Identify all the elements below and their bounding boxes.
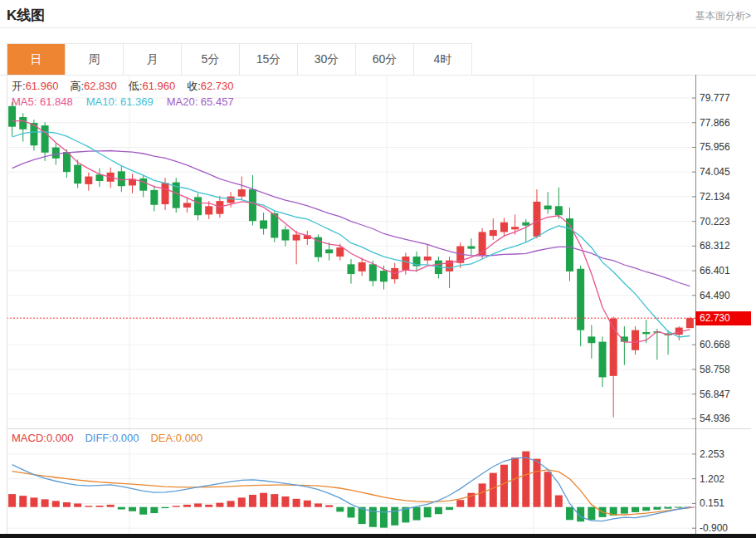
macd-bar	[304, 501, 311, 507]
candle-body	[293, 235, 300, 241]
macd-bar	[162, 507, 169, 508]
macd-bar	[8, 494, 16, 507]
y-axis-label: -0.900	[700, 522, 728, 534]
ohlc-label: 高:	[70, 80, 84, 92]
tab-60分[interactable]: 60分	[356, 44, 414, 75]
ohlc-value: 62.830	[84, 80, 117, 92]
candle-body	[41, 125, 49, 153]
title-divider	[0, 27, 756, 28]
candle-body	[533, 202, 540, 237]
candle-body	[642, 332, 650, 334]
y-axis-label: 75.956	[700, 141, 730, 153]
gridlines	[7, 75, 695, 534]
tab-15分[interactable]: 15分	[240, 44, 298, 75]
candle-body	[544, 206, 552, 210]
candle-body	[85, 177, 92, 184]
candle-body	[424, 257, 432, 261]
macd-bar	[74, 503, 81, 506]
macd-bar	[391, 507, 398, 526]
macd-bar	[85, 506, 92, 506]
macd-bar	[41, 499, 49, 506]
tab-4时[interactable]: 4时	[414, 44, 471, 75]
ohlc-label: 收:	[187, 80, 201, 92]
ohlc-value: 61.960	[26, 80, 59, 92]
macd-bar	[52, 501, 60, 506]
macd-bar	[348, 507, 355, 518]
candle-body	[260, 220, 267, 228]
macd-bar	[194, 503, 202, 506]
y-axis-label: 79.777	[700, 92, 730, 104]
ma10-line	[12, 132, 690, 337]
ma-item: MA10: 61.369	[86, 95, 154, 108]
macd-histogram	[8, 452, 694, 528]
y-axis-label: 0.151	[700, 497, 724, 509]
y-axis-label: 74.045	[700, 166, 730, 178]
macd-bar	[621, 507, 628, 514]
candle-body	[500, 223, 508, 232]
candle-body	[216, 201, 223, 214]
macd-bar	[150, 507, 158, 513]
candle-body	[162, 183, 169, 204]
ma-item: MA5: 61.848	[12, 95, 73, 108]
y-axis-label: 56.847	[700, 389, 730, 400]
y-axis-label: 77.866	[700, 117, 730, 129]
macd-bar	[446, 507, 453, 510]
macd-bar	[369, 507, 377, 527]
candle-body	[325, 249, 333, 253]
candle-body	[588, 336, 595, 343]
macd-bar	[380, 507, 388, 528]
macd-bar	[456, 500, 464, 506]
candle-body	[555, 206, 563, 215]
candle-body	[63, 152, 71, 172]
y-axis-label: 54.936	[700, 413, 730, 424]
macd-bar	[293, 499, 300, 507]
macd-bar	[665, 507, 672, 509]
tab-日[interactable]: 日	[7, 44, 66, 75]
macd-bar	[642, 507, 650, 511]
macd-bar	[183, 505, 191, 507]
y-axis-label: 1.202	[700, 473, 724, 485]
fundamental-analysis-link[interactable]: 基本面分析>	[695, 9, 751, 23]
macd-item: DIFF:0.000	[85, 432, 139, 444]
candle-body	[95, 174, 103, 181]
candle-body	[566, 218, 573, 271]
macd-bar	[522, 452, 529, 507]
macd-bar	[107, 505, 115, 507]
ohlc-label: 开:	[12, 80, 26, 92]
period-tabbar: 日周月5分15分30分60分4时	[7, 43, 472, 76]
candle-body	[511, 227, 519, 229]
ohlc-legend: 开:61.960高:62.830低:61.960收:62.730	[12, 79, 246, 94]
candle-body	[249, 189, 256, 221]
candle-body	[467, 247, 475, 249]
ohlc-value: 61.960	[142, 80, 175, 92]
current-price-tag: 62.730	[695, 311, 751, 325]
macd-bar	[435, 507, 442, 514]
candle-body	[205, 206, 212, 214]
candle-body	[19, 117, 27, 130]
tab-5分[interactable]: 5分	[182, 44, 240, 75]
ma5-line	[12, 120, 690, 342]
macd-bar	[173, 506, 180, 506]
macd-bar	[315, 503, 322, 506]
candle-body	[238, 189, 246, 197]
tab-周[interactable]: 周	[66, 44, 124, 75]
tab-月[interactable]: 月	[124, 44, 182, 75]
tab-30分[interactable]: 30分	[298, 44, 356, 75]
macd-bar	[566, 507, 573, 521]
candle-body	[490, 230, 497, 236]
macd-bar	[555, 496, 563, 507]
macd-bar	[249, 495, 256, 507]
candle-body	[577, 269, 584, 330]
macd-bar	[238, 497, 246, 506]
candle-body	[380, 271, 388, 281]
candle-body	[150, 190, 158, 205]
y-axis-label: 70.223	[700, 216, 730, 227]
macd-bar	[490, 473, 497, 507]
candle-body	[8, 106, 16, 127]
candle-body	[227, 197, 235, 203]
candle-body	[336, 247, 344, 257]
macd-bar	[139, 507, 147, 515]
macd-bar	[479, 483, 486, 506]
macd-bar	[95, 506, 103, 507]
candle-body	[686, 318, 694, 328]
